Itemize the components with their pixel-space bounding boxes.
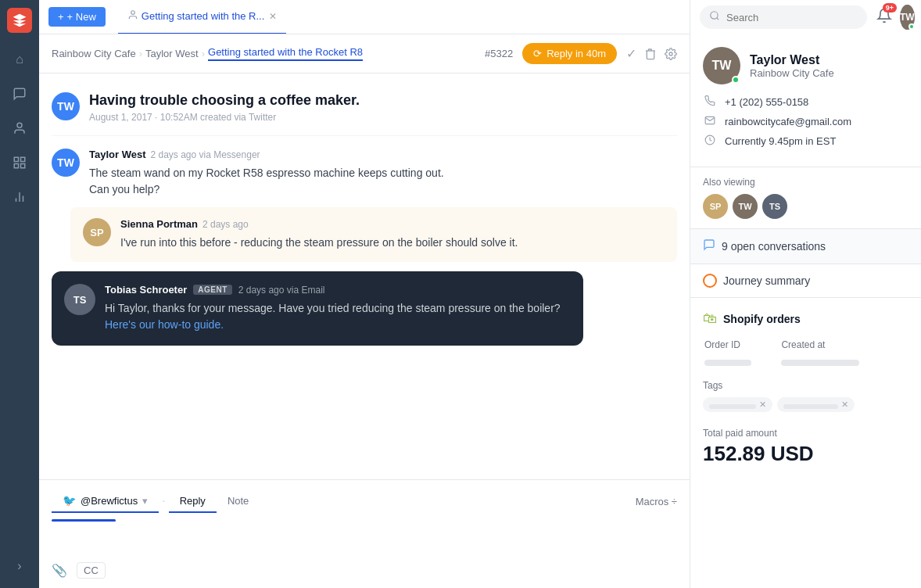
reply-tab-reply[interactable]: Reply	[169, 490, 217, 513]
cc-button[interactable]: CC	[77, 562, 106, 579]
reply-text-area-container[interactable]	[52, 528, 677, 556]
resolve-icon[interactable]: ✓	[626, 46, 636, 61]
sienna-sender-line: Sienna Portman 2 days ago	[120, 218, 665, 230]
twitter-handle: @Brewfictus	[81, 495, 138, 507]
svg-line-10	[717, 18, 719, 20]
sienna-reply-text: I've run into this before - reducing the…	[120, 235, 665, 251]
tag-2-close[interactable]: ✕	[841, 400, 848, 410]
sidebar-item-analytics[interactable]	[5, 183, 34, 211]
search-input[interactable]	[726, 12, 858, 23]
reply-textarea[interactable]	[52, 528, 677, 553]
notif-count: 9+	[883, 3, 897, 13]
tags-label: Tags	[703, 380, 908, 391]
breadcrumb-item-conv[interactable]: Getting started with the Rocket R8	[208, 46, 363, 61]
contact-section: TW Taylor West Rainbow City Cafe +1 (202…	[690, 34, 921, 167]
customer-msg-text: The steam wand on my Rocket R58 espresso…	[89, 165, 444, 198]
header-actions: ✓	[626, 46, 677, 61]
sidebar-expand-btn[interactable]: ›	[5, 552, 34, 580]
avatar-placeholder: TW	[52, 92, 80, 120]
reply-tab-note[interactable]: Note	[217, 490, 260, 513]
customer-avatar: TW	[52, 149, 80, 177]
contact-phone-row: +1 (202) 555-0158	[703, 95, 908, 109]
total-paid-amount: 152.89 USD	[703, 442, 908, 466]
search-box[interactable]	[700, 5, 867, 29]
contact-name: Taylor West	[750, 53, 834, 67]
tag-2[interactable]: ✕	[777, 397, 855, 412]
tag-1[interactable]: ✕	[703, 397, 772, 412]
tab-label: Getting started with the R...	[142, 10, 265, 22]
conversation-id: #5322	[485, 48, 513, 59]
tobias-msg-text: Hi Taylor, thanks for your message. Have…	[105, 300, 571, 333]
order-id-cell	[704, 357, 779, 366]
reply-button[interactable]: ⟳ Reply in 40m	[522, 43, 617, 64]
tags-row: ✕ ✕	[703, 397, 908, 412]
order-id-col: Order ID	[704, 339, 779, 355]
tab-close-icon[interactable]: ✕	[269, 11, 277, 22]
sidebar-item-home[interactable]: ⌂	[5, 45, 34, 74]
contact-time-row: Currently 9.45pm in EST	[703, 134, 908, 148]
created-at-skeleton	[781, 360, 859, 366]
tab-divider: ·	[162, 494, 165, 508]
reply-tab-label: Reply	[180, 495, 206, 507]
user-avatar-top[interactable]: TW	[900, 5, 915, 30]
macros-button[interactable]: Macros ÷	[636, 496, 677, 507]
tobias-sender-line: Tobias Schroeter AGENT 2 days ago via Em…	[105, 284, 571, 296]
customer-msg-line2: Can you help?	[89, 181, 444, 198]
online-indicator	[908, 23, 915, 30]
customer-avatar-placeholder: TW	[52, 149, 80, 177]
customer-name: Taylor West	[89, 149, 145, 160]
sidebar-item-chat[interactable]	[5, 80, 34, 108]
svg-point-11	[669, 52, 672, 56]
svg-rect-1	[14, 157, 18, 161]
svg-point-8	[131, 11, 134, 15]
reply-input-area: 🐦 @Brewfictus ▾ · Reply Note Macros ÷	[39, 479, 690, 588]
top-search-bar: 9+ TW	[690, 0, 921, 34]
breadcrumb: Rainbow City Cafe › Taylor West › Gettin…	[52, 46, 363, 61]
phone-icon	[703, 95, 717, 109]
chat-bubble-icon	[703, 238, 715, 254]
sidebar-item-contacts[interactable]	[5, 114, 34, 142]
breadcrumb-item-cafe[interactable]: Rainbow City Cafe	[52, 48, 136, 59]
order-id-skeleton	[704, 360, 751, 366]
also-viewing-label: Also viewing	[703, 177, 908, 188]
breadcrumb-item-contact[interactable]: Taylor West	[145, 48, 199, 59]
viewer-avatar-2: TW	[733, 194, 758, 219]
reply-tab-twitter[interactable]: 🐦 @Brewfictus ▾	[52, 489, 159, 513]
tobias-name: Tobias Schroeter	[105, 284, 187, 296]
new-tab-button[interactable]: + + New	[48, 7, 106, 27]
created-at-cell	[781, 357, 907, 366]
journey-section[interactable]: Journey summary	[690, 264, 921, 298]
how-to-guide-link[interactable]: Here's our how-to guide.	[105, 318, 224, 331]
new-tab-label: + New	[67, 11, 96, 23]
viewing-avatars: SP TW TS	[703, 194, 908, 219]
svg-point-9	[711, 12, 718, 19]
journey-label: Journey summary	[723, 274, 810, 287]
app-logo[interactable]	[7, 8, 32, 33]
customer-msg-content: Taylor West 2 days ago via Messenger The…	[89, 149, 444, 198]
messages-area: TW Having trouble choosing a coffee make…	[39, 74, 690, 479]
sienna-content: Sienna Portman 2 days ago I've run into …	[120, 218, 665, 251]
contact-online-dot	[732, 76, 740, 84]
contact-org: Rainbow City Cafe	[750, 67, 834, 79]
open-conversations-label: 9 open conversations	[722, 240, 826, 253]
reply-tab-underline	[52, 519, 116, 522]
attachment-icon[interactable]: 📎	[52, 563, 67, 578]
shopify-header: 🛍 Shopify orders	[703, 310, 908, 327]
open-conversations-section[interactable]: 9 open conversations	[690, 229, 921, 264]
settings-icon[interactable]	[665, 48, 677, 60]
macros-label: Macros ÷	[636, 496, 677, 507]
sienna-name: Sienna Portman	[120, 218, 198, 230]
tab-icon	[127, 9, 138, 23]
agent-badge: AGENT	[193, 285, 232, 295]
svg-rect-3	[14, 164, 18, 168]
tags-section: Tags ✕ ✕	[703, 380, 908, 421]
notifications-button[interactable]: 9+	[876, 8, 892, 27]
tag-1-close[interactable]: ✕	[759, 400, 766, 410]
customer-sender-line: Taylor West 2 days ago via Messenger	[89, 149, 444, 160]
sidebar-item-grid[interactable]	[5, 149, 34, 177]
contact-avatar-wrap: TW	[703, 47, 740, 84]
tab-getting-started[interactable]: Getting started with the R... ✕	[118, 0, 287, 34]
delete-icon[interactable]	[644, 48, 657, 60]
left-sidebar: ⌂ ›	[0, 0, 39, 588]
viewer-avatar-3: TS	[762, 194, 787, 219]
